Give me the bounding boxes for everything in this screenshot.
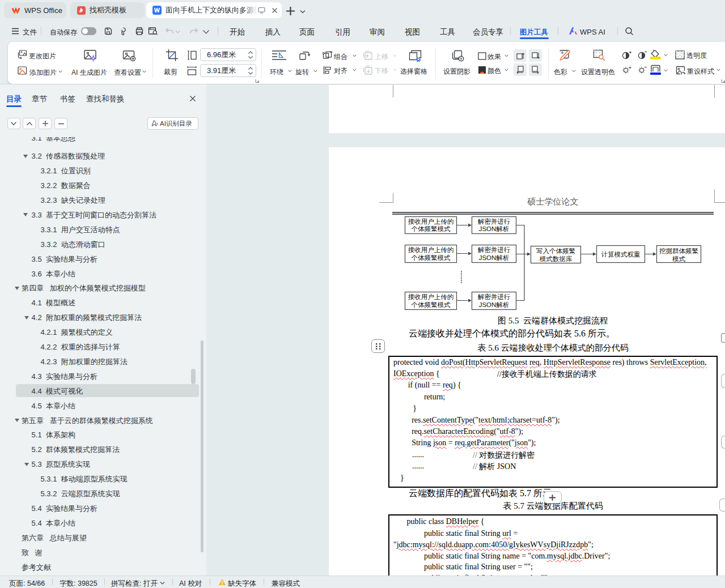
svg-text:个体频繁模式: 个体频繁模式 bbox=[412, 254, 451, 261]
svg-text:个体频繁模式: 个体频繁模式 bbox=[412, 225, 451, 232]
svg-text:解密并进行: 解密并进行 bbox=[478, 293, 511, 300]
svg-text:解密并进行: 解密并进行 bbox=[478, 218, 511, 225]
svg-text:挖掘群体频繁: 挖掘群体频繁 bbox=[659, 248, 698, 254]
svg-text:计算模式权重: 计算模式权重 bbox=[601, 251, 641, 258]
svg-text:JSON解析: JSON解析 bbox=[479, 254, 510, 261]
svg-text:JSON解析: JSON解析 bbox=[479, 225, 510, 232]
svg-text:写入个体频繁: 写入个体频繁 bbox=[536, 248, 575, 254]
svg-text:接收用户上传的: 接收用户上传的 bbox=[408, 246, 454, 253]
svg-text:接收用户上传的: 接收用户上传的 bbox=[408, 218, 454, 225]
svg-text:模式: 模式 bbox=[672, 255, 686, 262]
svg-text:解密并进行: 解密并进行 bbox=[478, 246, 511, 253]
svg-text:接收用户上传的: 接收用户上传的 bbox=[408, 293, 454, 300]
svg-text:模式数据库: 模式数据库 bbox=[540, 255, 573, 262]
svg-text:个体频繁模式: 个体频繁模式 bbox=[412, 301, 451, 308]
svg-text:JSON解析: JSON解析 bbox=[479, 301, 510, 308]
